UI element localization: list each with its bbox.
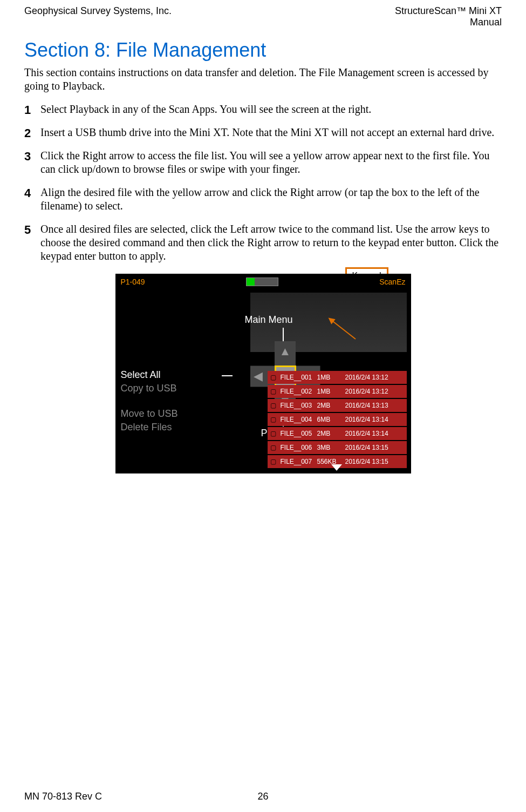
arrow-up-icon[interactable]: ▲ bbox=[279, 344, 291, 358]
file-size: 1MB bbox=[317, 374, 345, 381]
connector-line bbox=[222, 375, 233, 376]
file-list[interactable]: ▢FILE__0011MB2016/2/4 13:12▢FILE__0021MB… bbox=[268, 371, 407, 469]
file-checkbox[interactable]: ▢ bbox=[268, 374, 279, 381]
step-item: Align the desired file with the yellow a… bbox=[24, 186, 502, 213]
file-date: 2016/2/4 13:14 bbox=[345, 416, 407, 423]
doc-id: MN 70-813 Rev C bbox=[24, 791, 102, 802]
file-row[interactable]: ▢FILE__0021MB2016/2/4 13:12 bbox=[268, 385, 407, 398]
file-row[interactable]: ▢FILE__0011MB2016/2/4 13:12 bbox=[268, 371, 407, 384]
header-left: Geophysical Survey Systems, Inc. bbox=[24, 5, 172, 28]
step-item: Select Playback in any of the Scan Apps.… bbox=[24, 103, 502, 116]
file-name: FILE__005 bbox=[279, 430, 317, 437]
file-row[interactable]: ▢FILE__0063MB2016/2/4 13:15 bbox=[268, 441, 407, 454]
file-name: FILE__003 bbox=[279, 402, 317, 409]
step-item: Click the Right arrow to access the file… bbox=[24, 149, 502, 176]
file-date: 2016/2/4 13:12 bbox=[345, 388, 407, 395]
file-name: FILE__007 bbox=[279, 458, 317, 465]
steps-list: Select Playback in any of the Scan Apps.… bbox=[24, 103, 502, 263]
file-size: 2MB bbox=[317, 430, 345, 437]
file-row[interactable]: ▢FILE__0032MB2016/2/4 13:13 bbox=[268, 399, 407, 412]
file-row[interactable]: ▢FILE__0052MB2016/2/4 13:14 bbox=[268, 427, 407, 440]
main-menu-label: Main Menu bbox=[245, 314, 293, 326]
file-checkbox[interactable]: ▢ bbox=[268, 416, 279, 423]
cmd-select-all[interactable]: Select All bbox=[121, 368, 178, 382]
project-id: P1-049 bbox=[121, 278, 145, 286]
file-size: 6MB bbox=[317, 416, 345, 423]
status-bar: P1-049 ScanEz bbox=[115, 274, 411, 290]
cmd-move-usb[interactable]: Move to USB bbox=[121, 407, 178, 421]
file-checkbox[interactable]: ▢ bbox=[268, 388, 279, 395]
connector-line bbox=[283, 328, 284, 341]
file-checkbox[interactable]: ▢ bbox=[268, 430, 279, 437]
header-right: StructureScan™ Mini XT Manual bbox=[395, 5, 502, 28]
figure-wrap: Keypad Enter Button Command list File Li… bbox=[112, 274, 414, 473]
file-size: 2MB bbox=[317, 402, 345, 409]
command-list[interactable]: Select All Copy to USB Move to USB Delet… bbox=[121, 368, 178, 434]
page-number: 26 bbox=[257, 791, 268, 802]
intro-paragraph: This section contains instructions on da… bbox=[24, 66, 502, 93]
file-name: FILE__002 bbox=[279, 388, 317, 395]
section-title: Section 8: File Management bbox=[24, 39, 502, 62]
file-checkbox[interactable]: ▢ bbox=[268, 458, 279, 465]
file-date: 2016/2/4 13:15 bbox=[345, 458, 407, 465]
battery-icon bbox=[246, 278, 278, 286]
cmd-copy-usb[interactable]: Copy to USB bbox=[121, 382, 178, 395]
file-size: 1MB bbox=[317, 388, 345, 395]
file-date: 2016/2/4 13:14 bbox=[345, 430, 407, 437]
step-item: Once all desired files are selected, cli… bbox=[24, 222, 502, 263]
page-footer: MN 70-813 Rev C 26 bbox=[0, 791, 526, 802]
file-checkbox[interactable]: ▢ bbox=[268, 402, 279, 409]
file-date: 2016/2/4 13:12 bbox=[345, 374, 407, 381]
file-size: 3MB bbox=[317, 444, 345, 451]
file-name: FILE__004 bbox=[279, 416, 317, 423]
cmd-delete[interactable]: Delete Files bbox=[121, 421, 178, 434]
file-date: 2016/2/4 13:13 bbox=[345, 402, 407, 409]
status-center bbox=[246, 278, 278, 286]
file-row[interactable]: ▢FILE__0046MB2016/2/4 13:14 bbox=[268, 413, 407, 426]
page-header: Geophysical Survey Systems, Inc. Structu… bbox=[0, 0, 526, 28]
doc-type: Manual bbox=[395, 17, 502, 28]
app-mode: ScanEz bbox=[379, 278, 405, 286]
scroll-down-icon[interactable] bbox=[331, 464, 342, 471]
product-name: StructureScan™ Mini XT bbox=[395, 5, 502, 17]
page-content: Section 8: File Management This section … bbox=[0, 28, 526, 473]
file-name: FILE__006 bbox=[279, 444, 317, 451]
file-name: FILE__001 bbox=[279, 374, 317, 381]
file-checkbox[interactable]: ▢ bbox=[268, 444, 279, 451]
device-screenshot: P1-049 ScanEz Main Menu ▲ ▼ ◀ ▶ P bbox=[115, 274, 411, 473]
cmd-selected-row[interactable] bbox=[121, 395, 178, 407]
file-date: 2016/2/4 13:15 bbox=[345, 444, 407, 451]
step-item: Insert a USB thumb drive into the Mini X… bbox=[24, 126, 502, 139]
arrow-left-icon[interactable]: ◀ bbox=[254, 369, 263, 383]
